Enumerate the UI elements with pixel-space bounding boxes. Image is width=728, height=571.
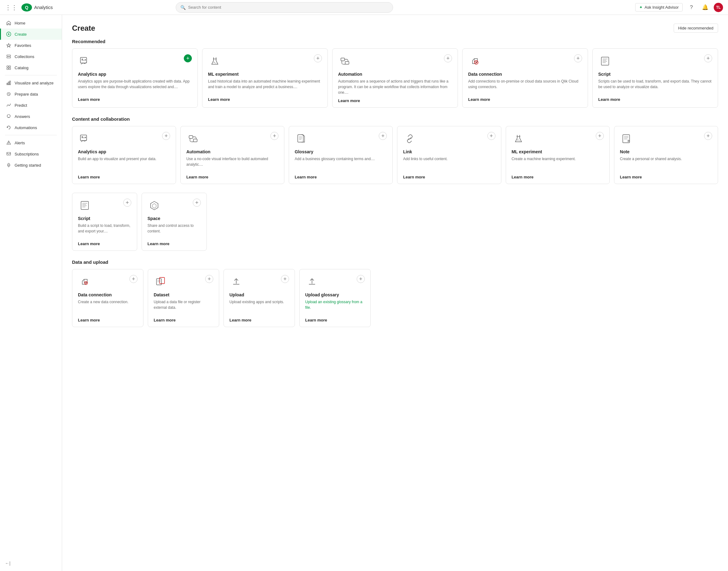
sidebar-item-predict[interactable]: Predict bbox=[0, 100, 62, 111]
card-plus-button[interactable]: + bbox=[281, 275, 289, 283]
help-button[interactable]: ? bbox=[687, 2, 696, 12]
card-icon-row: + bbox=[154, 275, 213, 289]
card-desc: Add a business glossary containing terms… bbox=[295, 156, 387, 172]
card-plus-button[interactable]: + bbox=[184, 54, 192, 63]
hide-recommended-button[interactable]: Hide recommended bbox=[674, 24, 718, 32]
learn-more-link[interactable]: Learn more bbox=[403, 175, 495, 180]
logo[interactable]: Q Analytics bbox=[21, 3, 53, 12]
card-upload-du[interactable]: + Upload Upload existing apps and script… bbox=[223, 269, 295, 327]
sidebar-item-subscriptions[interactable]: Subscriptions bbox=[0, 148, 62, 159]
card-icon-row: + bbox=[186, 132, 279, 145]
card-data-connection-du[interactable]: + Data connection Create a new data conn… bbox=[72, 269, 143, 327]
card-script-cc[interactable]: + Script Build a script to load, transfo… bbox=[72, 193, 137, 251]
sidebar-item-answers[interactable]: Answers bbox=[0, 111, 62, 122]
learn-more-link[interactable]: Learn more bbox=[620, 175, 712, 180]
svg-rect-28 bbox=[341, 58, 344, 61]
sidebar-item-answers-label: Answers bbox=[15, 114, 30, 119]
card-plus-button[interactable]: + bbox=[314, 54, 322, 63]
card-upload-glossary-du[interactable]: + Upload glossary Upload an existing glo… bbox=[299, 269, 371, 327]
learn-more-link[interactable]: Learn more bbox=[78, 318, 137, 322]
card-dataset-du[interactable]: + Dataset Upload a data file or register… bbox=[148, 269, 219, 327]
card-plus-button[interactable]: + bbox=[193, 199, 201, 207]
card-plus-button[interactable]: + bbox=[271, 132, 279, 140]
sidebar-item-collections[interactable]: Collections bbox=[0, 51, 62, 62]
card-link-cc[interactable]: + Link Add links to useful content. Lear… bbox=[397, 126, 501, 184]
svg-rect-11 bbox=[9, 68, 11, 70]
search-bar[interactable]: 🔍 bbox=[176, 2, 393, 13]
learn-more-link[interactable]: Learn more bbox=[147, 241, 201, 246]
sidebar-collapse-button[interactable]: ←| bbox=[0, 558, 62, 569]
card-plus-button[interactable]: + bbox=[596, 132, 604, 140]
card-desc: Automations are a sequence of actions an… bbox=[338, 79, 452, 95]
notifications-button[interactable]: 🔔 bbox=[700, 2, 710, 12]
card-plus-button[interactable]: + bbox=[357, 275, 365, 283]
learn-more-link[interactable]: Learn more bbox=[468, 97, 582, 102]
svg-marker-61 bbox=[152, 204, 156, 208]
sidebar-item-getting-started[interactable]: Getting started bbox=[0, 159, 62, 171]
card-note-cc[interactable]: + Note Create a personal or shared analy… bbox=[614, 126, 718, 184]
card-plus-button[interactable]: + bbox=[205, 275, 213, 283]
learn-more-link[interactable]: Learn more bbox=[154, 318, 213, 322]
card-plus-button[interactable]: + bbox=[704, 54, 712, 63]
card-plus-button[interactable]: + bbox=[162, 132, 170, 140]
ml-experiment-icon bbox=[512, 132, 525, 145]
learn-more-link[interactable]: Learn more bbox=[229, 318, 289, 322]
sidebar-item-home[interactable]: Home bbox=[0, 17, 62, 28]
card-plus-button[interactable]: + bbox=[488, 132, 496, 140]
recommended-cards-grid: + Analytics app Analytics apps are purpo… bbox=[72, 48, 718, 108]
svg-rect-12 bbox=[7, 83, 8, 85]
card-automation-cc[interactable]: + Automation Use a no-code visual interf… bbox=[180, 126, 284, 184]
learn-more-link[interactable]: Learn more bbox=[78, 175, 170, 180]
sidebar-item-automations-label: Automations bbox=[15, 125, 37, 130]
card-ml-experiment-cc[interactable]: + ML experiment Create a machine learnin… bbox=[506, 126, 610, 184]
learn-more-link[interactable]: Learn more bbox=[186, 175, 279, 180]
card-data-connection-recommended[interactable]: + Data connection Add connections to on-… bbox=[462, 48, 588, 108]
card-automation-recommended[interactable]: + Automation Automations are a sequence … bbox=[332, 48, 458, 108]
sidebar-item-catalog[interactable]: Catalog bbox=[0, 62, 62, 73]
learn-more-link[interactable]: Learn more bbox=[78, 97, 192, 102]
insight-advisor-button[interactable]: ✦ Ask Insight Advisor bbox=[635, 3, 683, 11]
learn-more-link[interactable]: Learn more bbox=[208, 97, 322, 102]
sidebar-item-prepare[interactable]: Prepare data bbox=[0, 89, 62, 100]
card-plus-button[interactable]: + bbox=[129, 275, 137, 283]
card-space-cc[interactable]: + Space Share and control access to cont… bbox=[141, 193, 207, 251]
data-upload-cards-grid: + Data connection Create a new data conn… bbox=[72, 269, 718, 327]
sidebar-item-automations[interactable]: Automations bbox=[0, 122, 62, 133]
learn-more-link[interactable]: Learn more bbox=[305, 318, 365, 322]
learn-more-link[interactable]: Learn more bbox=[512, 175, 604, 180]
card-plus-button[interactable]: + bbox=[379, 132, 387, 140]
svg-point-27 bbox=[215, 63, 216, 64]
learn-more-link[interactable]: Learn more bbox=[338, 98, 452, 103]
sidebar-item-alerts[interactable]: Alerts bbox=[0, 137, 62, 148]
grid-icon[interactable]: ⋮⋮ bbox=[5, 4, 17, 11]
dataset-icon bbox=[154, 275, 167, 289]
card-ml-experiment-recommended[interactable]: + ML experiment Load historical data int… bbox=[202, 48, 328, 108]
sidebar-item-visualize[interactable]: Visualize and analyze bbox=[0, 77, 62, 89]
card-script-recommended[interactable]: + Script Scripts can be used to load, tr… bbox=[592, 48, 718, 108]
card-plus-button[interactable]: + bbox=[444, 54, 452, 63]
card-analytics-app-recommended[interactable]: + Analytics app Analytics apps are purpo… bbox=[72, 48, 198, 108]
main-content: Create Hide recommended Recommended bbox=[62, 15, 728, 571]
recommended-section-title: Recommended bbox=[72, 39, 718, 44]
card-plus-button[interactable]: + bbox=[704, 132, 712, 140]
card-analytics-app-cc[interactable]: + Analytics app Build an app to visualiz… bbox=[72, 126, 176, 184]
card-glossary-cc[interactable]: + Glossary Add a business glossary conta… bbox=[289, 126, 393, 184]
page-title: Create bbox=[72, 24, 95, 32]
upload-glossary-icon bbox=[305, 275, 319, 289]
card-plus-button[interactable]: + bbox=[123, 199, 131, 207]
learn-more-link[interactable]: Learn more bbox=[78, 241, 131, 246]
avatar[interactable]: TL bbox=[714, 3, 723, 12]
sidebar-item-favorites[interactable]: Favorites bbox=[0, 40, 62, 51]
search-input[interactable] bbox=[188, 5, 388, 10]
card-plus-button[interactable]: + bbox=[574, 54, 582, 63]
script-icon bbox=[598, 54, 612, 68]
learn-more-link[interactable]: Learn more bbox=[295, 175, 387, 180]
content-collaboration-cards-grid: + Analytics app Build an app to visualiz… bbox=[72, 126, 718, 184]
card-desc: Share and control access to content. bbox=[147, 223, 201, 238]
sidebar-item-home-label: Home bbox=[15, 21, 25, 25]
svg-point-20 bbox=[8, 165, 9, 166]
insight-advisor-icon: ✦ bbox=[639, 5, 643, 10]
card-desc: Use a no-code visual interface to build … bbox=[186, 156, 279, 172]
learn-more-link[interactable]: Learn more bbox=[598, 97, 712, 102]
sidebar-item-create[interactable]: Create bbox=[0, 28, 62, 40]
